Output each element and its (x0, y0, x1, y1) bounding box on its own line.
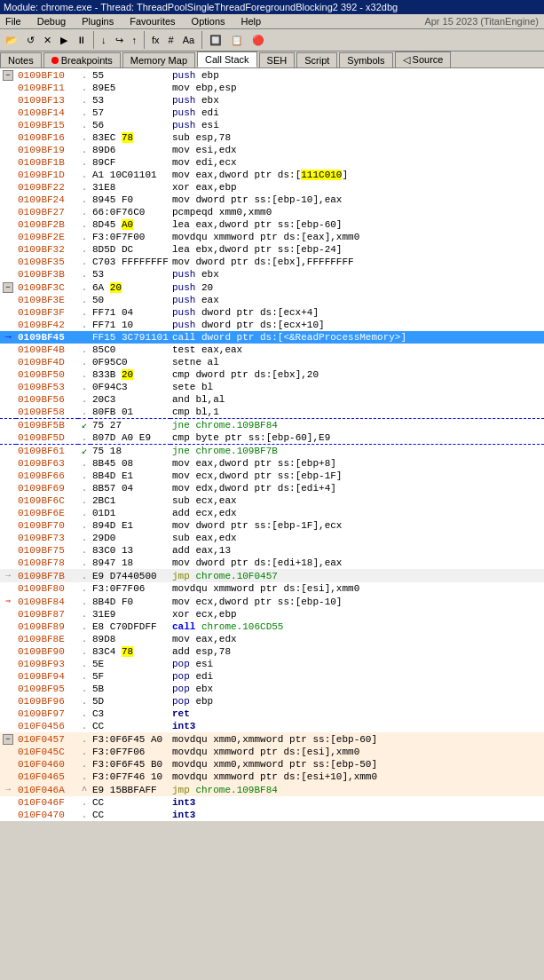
toolbar-log[interactable]: 📋 (227, 33, 247, 48)
table-row[interactable]: 0109BF4D.0F95C0setne al (0, 356, 544, 368)
table-row[interactable]: 0109BF3E.50push eax (0, 294, 544, 306)
table-row[interactable]: 0109BF6C.2BC1sub ecx,eax (0, 494, 544, 507)
toolbar-pause[interactable]: ⏸ (73, 33, 90, 47)
table-row[interactable]: →0109BF45.FF15 3C791101call dword ptr ds… (0, 331, 544, 344)
table-row[interactable]: 0109BF58.80FB 01cmp bl,1 (0, 406, 544, 419)
menu-bar[interactable]: File Debug Plugins Favourites Options He… (0, 14, 544, 29)
table-row[interactable]: 010F0456.CCint3 (0, 720, 544, 732)
toolbar-step-over[interactable]: ↪ (112, 33, 127, 48)
table-row[interactable]: →010F046A^E9 15BBFAFFjmp chrome.109BF84 (0, 783, 544, 796)
table-row[interactable]: 0109BF63.8B45 08mov eax,dword ptr ss:[eb… (0, 457, 544, 470)
row-disasm: sub eax,edx (170, 532, 544, 544)
table-row[interactable]: 0109BF97.C3ret (0, 707, 544, 720)
table-row[interactable]: 0109BF96.5Dpop ebp (0, 695, 544, 707)
menu-file[interactable]: File (2, 15, 25, 28)
table-row[interactable]: 0109BF32.8D5D DClea ebx,dword ptr ss:[eb… (0, 243, 544, 256)
tab-breakpoints[interactable]: Breakpoints (43, 52, 121, 67)
toolbar-step-into[interactable]: ↓ (98, 33, 110, 47)
toolbar-fx[interactable]: fx (148, 33, 163, 47)
menu-options[interactable]: Options (188, 15, 229, 28)
table-row[interactable]: 0109BF2B.8D45 A0lea eax,dword ptr ss:[eb… (0, 218, 544, 231)
toolbar-close[interactable]: ✕ (40, 33, 55, 48)
table-row[interactable]: 0109BF90.83C4 78add esp,78 (0, 645, 544, 658)
table-row[interactable]: 0109BF4B.85C0test eax,eax (0, 344, 544, 356)
row-address: 010F046A (16, 783, 78, 796)
table-row[interactable]: 0109BF22.31E8xor eax,ebp (0, 181, 544, 194)
collapse-button[interactable]: − (3, 282, 12, 293)
table-row[interactable]: 010F046F.CCint3 (0, 796, 544, 809)
table-row[interactable]: 0109BF53.0F94C3sete bl (0, 381, 544, 393)
table-row[interactable]: 0109BF95.5Bpop ebx (0, 683, 544, 695)
toolbar-aa[interactable]: Aa (179, 33, 198, 47)
table-row[interactable]: −0109BF3C.6A 20push 20 (0, 281, 544, 294)
table-row[interactable]: 010F0460.F3:0F6F45 B0movdqu xmm0,xmmword… (0, 758, 544, 771)
table-row[interactable]: 0109BF93.5Epop esi (0, 658, 544, 670)
table-row[interactable]: 0109BF61↙75 18jne chrome.109BF7B (0, 445, 544, 458)
collapse-button[interactable]: − (3, 70, 12, 81)
tab-call-stack[interactable]: Call Stack (197, 51, 257, 67)
table-row[interactable]: 010F0465.F3:0F7F46 10movdqu xmmword ptr … (0, 771, 544, 783)
table-row[interactable]: 0109BF13.53push ebx (0, 94, 544, 107)
table-row[interactable]: 0109BF1D.A1 10C01101mov eax,dword ptr ds… (0, 169, 544, 181)
table-row[interactable]: 010F045C.F3:0F7F06movdqu xmmword ptr ds:… (0, 746, 544, 758)
toolbar-sep1 (93, 31, 94, 49)
table-row[interactable]: 0109BF5B↙75 27jne chrome.109BF84 (0, 419, 544, 432)
table-row[interactable]: 0109BF42.FF71 10push dword ptr ds:[ecx+1… (0, 319, 544, 331)
menu-favourites[interactable]: Favourites (126, 15, 178, 28)
table-row[interactable]: →0109BF7B.E9 D7440500jmp chrome.10F0457 (0, 569, 544, 582)
tab-script[interactable]: Script (296, 52, 337, 67)
table-row[interactable]: 0109BF94.5Fpop edi (0, 670, 544, 683)
toolbar-run[interactable]: ▶ (57, 33, 71, 48)
table-row[interactable]: 0109BF3F.FF71 04push dword ptr ds:[ecx+4… (0, 306, 544, 319)
table-row[interactable]: 0109BF78.8947 18mov dword ptr ds:[edi+18… (0, 557, 544, 569)
table-row[interactable]: 0109BF8E.89D8mov eax,edx (0, 633, 544, 645)
row-bytes: 85C0 (91, 344, 170, 356)
toolbar-hash[interactable]: # (165, 33, 177, 47)
table-row[interactable]: 0109BF14.57push edi (0, 107, 544, 119)
row-marker (0, 507, 16, 519)
table-row[interactable]: 0109BF69.8B57 04mov edx,dword ptr ds:[ed… (0, 482, 544, 494)
table-row[interactable]: 0109BF89.E8 C70DFDFFcall chrome.106CD55 (0, 620, 544, 633)
row-disasm: mov ecx,dword ptr ss:[ebp-1F] (170, 470, 544, 482)
table-row[interactable]: −010F0457.F3:0F6F45 A0movdqu xmm0,xmmwor… (0, 732, 544, 746)
table-row[interactable]: 010F0470.CCint3 (0, 809, 544, 821)
table-row[interactable]: 0109BF87.31E9xor ecx,ebp (0, 608, 544, 620)
collapse-button[interactable]: − (3, 734, 12, 745)
toolbar-bp[interactable]: 🔴 (248, 33, 268, 48)
tab-notes[interactable]: Notes (0, 52, 42, 67)
table-row[interactable]: 0109BF27.66:0F76C0pcmpeqd xmm0,xmm0 (0, 206, 544, 218)
menu-plugins[interactable]: Plugins (78, 15, 117, 28)
table-row[interactable]: 0109BF15.56push esi (0, 119, 544, 131)
table-row[interactable]: 0109BF80.F3:0F7F06movdqu xmmword ptr ds:… (0, 582, 544, 595)
table-row[interactable]: −0109BF10.55push ebp (0, 68, 544, 82)
table-row[interactable]: 0109BF24.8945 F0mov dword ptr ss:[ebp-10… (0, 194, 544, 206)
tab-source[interactable]: ◁ Source (395, 51, 452, 67)
menu-debug[interactable]: Debug (34, 15, 69, 28)
table-row[interactable]: 0109BF2E.F3:0F7F00movdqu xmmword ptr ds:… (0, 231, 544, 243)
table-row[interactable]: 0109BF75.83C0 13add eax,13 (0, 544, 544, 557)
table-row[interactable]: 0109BF56.20C3and bl,al (0, 393, 544, 406)
table-row[interactable]: 0109BF3B.53push ebx (0, 268, 544, 281)
table-row[interactable]: 0109BF6E.01D1add ecx,edx (0, 507, 544, 519)
table-row[interactable]: 0109BF35.C703 FFFFFFFFmov dword ptr ds:[… (0, 256, 544, 268)
row-disasm: lea ebx,dword ptr ss:[ebp-24] (170, 243, 544, 256)
table-row[interactable]: 0109BF11.89E5mov ebp,esp (0, 82, 544, 94)
toolbar-restart[interactable]: ↺ (23, 33, 38, 48)
toolbar-mem[interactable]: 🔲 (206, 33, 225, 48)
table-row[interactable]: 0109BF5D.807D A0 E9cmp byte ptr ss:[ebp-… (0, 431, 544, 445)
toolbar-step-out[interactable]: ↑ (129, 33, 141, 47)
toolbar-open[interactable]: 📂 (2, 33, 21, 48)
table-row[interactable]: 0109BF50.833B 20cmp dword ptr ds:[ebx],2… (0, 368, 544, 381)
table-row[interactable]: 0109BF1B.89CFmov edi,ecx (0, 156, 544, 169)
tab-symbols[interactable]: Symbols (339, 52, 392, 67)
menu-help[interactable]: Help (238, 15, 265, 28)
table-row[interactable]: ⇒0109BF84.8B4D F0mov ecx,dword ptr ss:[e… (0, 595, 544, 608)
table-row[interactable]: 0109BF73.29D0sub eax,edx (0, 532, 544, 544)
jump-arrow-icon: → (5, 571, 11, 581)
tab-seh[interactable]: SEH (259, 52, 296, 67)
tab-memory-map[interactable]: Memory Map (122, 52, 195, 67)
table-row[interactable]: 0109BF66.8B4D E1mov ecx,dword ptr ss:[eb… (0, 470, 544, 482)
table-row[interactable]: 0109BF70.894D E1mov dword ptr ss:[ebp-1F… (0, 519, 544, 532)
table-row[interactable]: 0109BF16.83EC 78sub esp,78 (0, 131, 544, 144)
table-row[interactable]: 0109BF19.89D6mov esi,edx (0, 144, 544, 156)
